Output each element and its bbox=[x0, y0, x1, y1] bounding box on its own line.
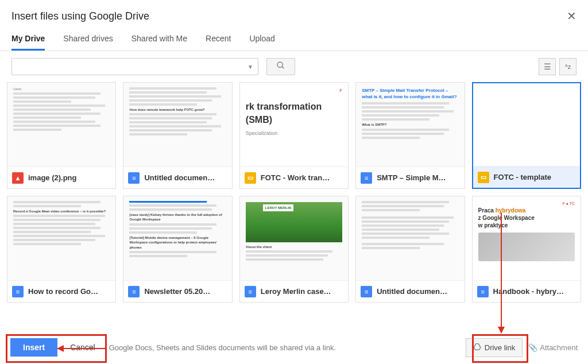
file-title: Untitled documen… bbox=[377, 287, 447, 296]
insert-button[interactable]: Insert bbox=[10, 338, 57, 357]
file-card[interactable]: ≡ Untitled documen… bbox=[355, 196, 465, 303]
file-card[interactable]: SMTP – Simple Mail Transfer Protocol – w… bbox=[355, 82, 465, 189]
cancel-button[interactable]: Cancel bbox=[70, 343, 95, 352]
file-card-selected[interactable]: ▭ FOTC - template bbox=[472, 82, 581, 189]
file-title: SMTP – Simple M… bbox=[377, 173, 446, 182]
file-grid: Cześć, ▲ image (2).png How does remote t… bbox=[7, 82, 581, 303]
file-title: Handbook - hybry… bbox=[493, 287, 564, 296]
close-icon[interactable]: ✕ bbox=[567, 10, 577, 22]
drive-link-button[interactable]: Drive link bbox=[466, 338, 523, 357]
file-card[interactable]: F ● TC Praca hybrydowa z Google Workspac… bbox=[472, 196, 581, 303]
file-card[interactable]: Cześć, ▲ image (2).png bbox=[7, 82, 116, 189]
file-title: Untitled documen… bbox=[144, 173, 215, 182]
sort-icon: ᴬz bbox=[565, 63, 571, 71]
docs-icon: ≡ bbox=[128, 172, 140, 184]
svg-point-0 bbox=[277, 62, 283, 67]
docs-icon: ≡ bbox=[245, 286, 256, 297]
file-thumbnail: F rk transformation (SMB) Specialization bbox=[240, 83, 348, 166]
search-icon bbox=[276, 61, 285, 72]
docs-icon: ≡ bbox=[477, 286, 489, 297]
file-title: FOTC - template bbox=[494, 173, 551, 181]
share-note: Google Docs, Sheets and Slides documents… bbox=[109, 343, 336, 352]
file-thumbnail: F ● TC Praca hybrydowa z Google Workspac… bbox=[473, 196, 581, 280]
file-thumbnail bbox=[473, 83, 580, 166]
file-thumbnail: [case study] Kelsey thrives thanks to th… bbox=[123, 196, 231, 280]
attachment-button[interactable]: 📎 Attachment bbox=[528, 343, 578, 352]
file-card[interactable]: How does remote teamwork help FOTC grow?… bbox=[123, 82, 232, 189]
svg-line-1 bbox=[282, 67, 284, 68]
tab-my-drive[interactable]: My Drive bbox=[11, 34, 45, 51]
file-title: image (2).png bbox=[28, 173, 77, 182]
paperclip-icon: 📎 bbox=[528, 343, 537, 352]
file-title: Newsletter 05.20… bbox=[144, 287, 210, 296]
list-icon: ☰ bbox=[544, 62, 551, 71]
toolbar: ▼ ☰ ᴬz bbox=[0, 51, 588, 82]
file-thumbnail: Cześć, bbox=[7, 83, 115, 166]
svg-marker-2 bbox=[474, 343, 481, 350]
search-button[interactable] bbox=[266, 58, 295, 75]
drive-icon bbox=[473, 343, 481, 353]
dialog-title: Insert files using Google Drive bbox=[11, 10, 149, 22]
file-thumbnail bbox=[356, 196, 464, 280]
docs-icon: ≡ bbox=[361, 172, 372, 184]
slides-icon: ▭ bbox=[245, 172, 256, 184]
docs-icon: ≡ bbox=[361, 286, 372, 297]
file-card[interactable]: F rk transformation (SMB) Specialization… bbox=[239, 82, 349, 189]
list-view-button[interactable]: ☰ bbox=[539, 58, 556, 75]
docs-icon: ≡ bbox=[128, 286, 140, 297]
file-card[interactable]: [case study] Kelsey thrives thanks to th… bbox=[123, 196, 232, 303]
file-title: FOTC - Work tran… bbox=[261, 173, 330, 182]
bottom-bar: Insert Cancel Google Docs, Sheets and Sl… bbox=[0, 334, 588, 361]
search-dropdown[interactable]: ▼ bbox=[11, 58, 258, 75]
file-card[interactable]: About the client ≡ Leroy Merlin case… bbox=[239, 196, 349, 303]
file-thumbnail: How does remote teamwork help FOTC grow? bbox=[123, 83, 231, 166]
tab-shared-with-me[interactable]: Shared with Me bbox=[131, 34, 187, 51]
file-title: How to record Go… bbox=[28, 287, 98, 296]
sort-button[interactable]: ᴬz bbox=[559, 58, 577, 75]
image-icon: ▲ bbox=[12, 172, 24, 184]
tab-shared-drives[interactable]: Shared drives bbox=[63, 34, 113, 51]
file-thumbnail: About the client bbox=[240, 196, 348, 280]
tab-recent[interactable]: Recent bbox=[206, 34, 231, 51]
chevron-down-icon: ▼ bbox=[247, 64, 253, 70]
file-thumbnail: Record a Google Meet video conference – … bbox=[7, 196, 115, 280]
file-thumbnail: SMTP – Simple Mail Transfer Protocol – w… bbox=[356, 83, 464, 166]
tabs: My Drive Shared drives Shared with Me Re… bbox=[0, 22, 588, 51]
file-card[interactable]: Record a Google Meet video conference – … bbox=[7, 196, 116, 303]
docs-icon: ≡ bbox=[12, 286, 24, 297]
tab-upload[interactable]: Upload bbox=[249, 34, 274, 51]
file-title: Leroy Merlin case… bbox=[261, 287, 331, 296]
slides-icon: ▭ bbox=[478, 172, 489, 183]
